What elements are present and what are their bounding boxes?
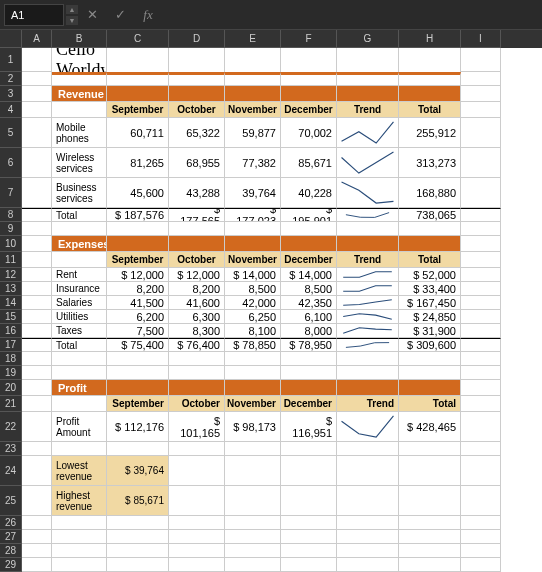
row-header-28[interactable]: 28 (0, 544, 22, 558)
cell-F9[interactable] (281, 222, 337, 236)
cell-H17[interactable]: $ 309,600 (399, 338, 461, 352)
cell-G11[interactable]: Trend (337, 252, 399, 268)
cell-F1[interactable] (281, 48, 337, 72)
cell-E7[interactable]: 39,764 (225, 178, 281, 208)
cell-E28[interactable] (225, 544, 281, 558)
cell-D13[interactable]: 8,200 (169, 282, 225, 296)
cell-B28[interactable] (52, 544, 107, 558)
cell-C9[interactable] (107, 222, 169, 236)
cell-B14[interactable]: Salaries (52, 296, 107, 310)
row-header-13[interactable]: 13 (0, 282, 22, 296)
cell-H29[interactable] (399, 558, 461, 572)
cell-reference-box[interactable]: A1 (4, 4, 64, 26)
cell-F27[interactable] (281, 530, 337, 544)
cell-B8[interactable]: Total (52, 208, 107, 222)
cell-B24[interactable]: Lowest revenue (52, 456, 107, 486)
cell-I10[interactable] (461, 236, 501, 252)
cell-C11[interactable]: September (107, 252, 169, 268)
cell-A1[interactable] (22, 48, 52, 72)
row-header-10[interactable]: 10 (0, 236, 22, 252)
row-header-20[interactable]: 20 (0, 380, 22, 396)
cell-H25[interactable] (399, 486, 461, 516)
cell-I26[interactable] (461, 516, 501, 530)
cell-D24[interactable] (169, 456, 225, 486)
cell-I29[interactable] (461, 558, 501, 572)
cell-D1[interactable] (169, 48, 225, 72)
cell-E6[interactable]: 77,382 (225, 148, 281, 178)
cell-I15[interactable] (461, 310, 501, 324)
cell-B4[interactable] (52, 102, 107, 118)
cell-A11[interactable] (22, 252, 52, 268)
confirm-icon[interactable]: ✓ (108, 4, 132, 26)
cell-B19[interactable] (52, 366, 107, 380)
col-header-H[interactable]: H (399, 30, 461, 48)
row-header-23[interactable]: 23 (0, 442, 22, 456)
cell-G15[interactable] (337, 310, 399, 324)
cell-C22[interactable]: $ 112,176 (107, 412, 169, 442)
cell-G5[interactable] (337, 118, 399, 148)
cell-A12[interactable] (22, 268, 52, 282)
cell-F15[interactable]: 6,100 (281, 310, 337, 324)
cell-C21[interactable]: September (107, 396, 169, 412)
cell-D2[interactable] (169, 72, 225, 86)
cell-A17[interactable] (22, 338, 52, 352)
cell-D7[interactable]: 43,288 (169, 178, 225, 208)
cell-C5[interactable]: 60,711 (107, 118, 169, 148)
cell-I12[interactable] (461, 268, 501, 282)
cell-A24[interactable] (22, 456, 52, 486)
cell-D14[interactable]: 41,600 (169, 296, 225, 310)
cell-H10[interactable] (399, 236, 461, 252)
cell-B21[interactable] (52, 396, 107, 412)
cell-D21[interactable]: October (169, 396, 225, 412)
row-header-2[interactable]: 2 (0, 72, 22, 86)
cell-E18[interactable] (225, 352, 281, 366)
cell-A15[interactable] (22, 310, 52, 324)
cell-B6[interactable]: Wireless services (52, 148, 107, 178)
cell-C16[interactable]: 7,500 (107, 324, 169, 338)
cell-H24[interactable] (399, 456, 461, 486)
row-header-29[interactable]: 29 (0, 558, 22, 572)
cell-G24[interactable] (337, 456, 399, 486)
cell-C4[interactable]: September (107, 102, 169, 118)
cell-I24[interactable] (461, 456, 501, 486)
cell-E9[interactable] (225, 222, 281, 236)
cell-G25[interactable] (337, 486, 399, 516)
cell-G21[interactable]: Trend (337, 396, 399, 412)
cell-H20[interactable] (399, 380, 461, 396)
cell-G1[interactable] (337, 48, 399, 72)
cell-H22[interactable]: $ 428,465 (399, 412, 461, 442)
cell-I6[interactable] (461, 148, 501, 178)
cell-H12[interactable]: $ 52,000 (399, 268, 461, 282)
row-header-21[interactable]: 21 (0, 396, 22, 412)
cell-G2[interactable] (337, 72, 399, 86)
cell-I9[interactable] (461, 222, 501, 236)
cell-F22[interactable]: $ 116,951 (281, 412, 337, 442)
row-header-25[interactable]: 25 (0, 486, 22, 516)
cell-G27[interactable] (337, 530, 399, 544)
cell-C12[interactable]: $ 12,000 (107, 268, 169, 282)
cell-A26[interactable] (22, 516, 52, 530)
cell-C14[interactable]: 41,500 (107, 296, 169, 310)
cell-C18[interactable] (107, 352, 169, 366)
cell-F28[interactable] (281, 544, 337, 558)
cell-I2[interactable] (461, 72, 501, 86)
row-header-12[interactable]: 12 (0, 268, 22, 282)
cell-A13[interactable] (22, 282, 52, 296)
row-header-6[interactable]: 6 (0, 148, 22, 178)
cell-G16[interactable] (337, 324, 399, 338)
cell-A10[interactable] (22, 236, 52, 252)
cell-I28[interactable] (461, 544, 501, 558)
cell-F24[interactable] (281, 456, 337, 486)
cell-D10[interactable] (169, 236, 225, 252)
cell-D11[interactable]: October (169, 252, 225, 268)
cell-I16[interactable] (461, 324, 501, 338)
revenue-header[interactable]: Revenue (52, 86, 107, 102)
cell-B5[interactable]: Mobile phones (52, 118, 107, 148)
cell-B27[interactable] (52, 530, 107, 544)
col-header-I[interactable]: I (461, 30, 501, 48)
cell-B13[interactable]: Insurance (52, 282, 107, 296)
cell-D20[interactable] (169, 380, 225, 396)
cell-B16[interactable]: Taxes (52, 324, 107, 338)
cell-F14[interactable]: 42,350 (281, 296, 337, 310)
cell-H2[interactable] (399, 72, 461, 86)
